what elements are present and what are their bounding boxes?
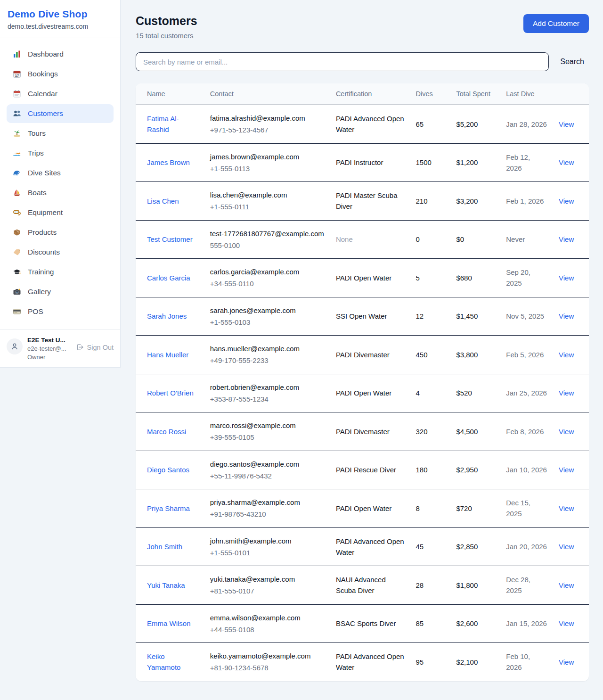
customer-dives: 4 xyxy=(416,389,420,397)
view-customer-link[interactable]: View xyxy=(559,312,574,320)
page-title: Customers xyxy=(136,14,197,28)
customer-dives: 180 xyxy=(416,466,428,474)
customer-phone: +353-87-555-1234 xyxy=(210,394,325,404)
sidebar-item-boats[interactable]: Boats xyxy=(7,183,114,202)
customer-total-spent: $3,200 xyxy=(456,197,478,205)
customer-email: priya.sharma@example.com xyxy=(210,497,325,508)
equipment-icon xyxy=(12,208,22,217)
customer-name-link[interactable]: John Smith xyxy=(147,543,182,551)
view-customer-link[interactable]: View xyxy=(559,466,574,474)
search-input[interactable] xyxy=(136,52,549,71)
customer-name-link[interactable]: Keiko Yamamoto xyxy=(147,652,180,671)
customers-table: Name Contact Certification Dives Total S… xyxy=(136,83,589,681)
view-customer-link[interactable]: View xyxy=(559,197,574,205)
sidebar-item-equipment[interactable]: Equipment xyxy=(7,203,114,222)
customer-dives: 0 xyxy=(416,235,420,243)
customer-dives: 12 xyxy=(416,312,424,320)
dive-sites-icon xyxy=(12,168,22,178)
customer-name-link[interactable]: Test Customer xyxy=(147,235,193,243)
customer-dives: 45 xyxy=(416,543,424,551)
sidebar-item-dive-sites[interactable]: Dive Sites xyxy=(7,164,114,182)
customer-name-link[interactable]: Lisa Chen xyxy=(147,197,179,205)
sidebar-item-customers[interactable]: Customers xyxy=(7,104,114,123)
customer-name-link[interactable]: Sarah Jones xyxy=(147,312,187,320)
sidebar-item-tours[interactable]: Tours xyxy=(7,124,114,143)
column-header-contact: Contact xyxy=(204,83,330,105)
customer-certification: SSI Open Water xyxy=(336,312,387,320)
table-row: Test Customer test-1772681807767@example… xyxy=(136,220,589,259)
customer-name-link[interactable]: James Brown xyxy=(147,158,190,166)
view-customer-link[interactable]: View xyxy=(559,504,574,512)
add-customer-button[interactable]: Add Customer xyxy=(523,14,589,33)
user-name: E2E Test U... xyxy=(27,337,71,344)
view-customer-link[interactable]: View xyxy=(559,389,574,397)
sidebar-item-discounts[interactable]: Discounts xyxy=(7,243,114,262)
customer-name-link[interactable]: Marco Rossi xyxy=(147,428,186,436)
sidebar-item-label: Dashboard xyxy=(28,50,64,58)
shop-name: Demo Dive Shop xyxy=(8,8,113,20)
table-row: James Brown james.brown@example.com +1-5… xyxy=(136,143,589,182)
customer-certification: PADI Rescue Diver xyxy=(336,466,396,474)
customer-phone: +44-555-0108 xyxy=(210,624,325,635)
sidebar-item-pos[interactable]: POS xyxy=(7,302,114,321)
customer-dives: 8 xyxy=(416,504,420,512)
sidebar-item-gallery[interactable]: Gallery xyxy=(7,282,114,301)
page-header: Customers 15 total customers Add Custome… xyxy=(136,14,589,40)
sidebar-item-training[interactable]: Training xyxy=(7,263,114,281)
main-content: Customers 15 total customers Add Custome… xyxy=(121,0,603,695)
discounts-icon xyxy=(12,247,22,257)
customer-total-spent: $2,850 xyxy=(456,543,478,551)
customer-name-link[interactable]: Fatima Al-Rashid xyxy=(147,115,179,133)
table-row: Keiko Yamamoto keiko.yamamoto@example.co… xyxy=(136,643,589,681)
customer-certification: PADI Advanced Open Water xyxy=(336,537,404,556)
sidebar-item-products[interactable]: Products xyxy=(7,223,114,242)
view-customer-link[interactable]: View xyxy=(559,351,574,359)
view-customer-link[interactable]: View xyxy=(559,158,574,166)
sidebar-item-bookings[interactable]: 17 Bookings xyxy=(7,65,114,83)
view-customer-link[interactable]: View xyxy=(559,428,574,436)
customer-name-link[interactable]: Carlos Garcia xyxy=(147,274,190,282)
customer-phone: +55-11-99876-5432 xyxy=(210,470,325,481)
customer-certification: PADI Open Water xyxy=(336,389,391,397)
customer-name-link[interactable]: Yuki Tanaka xyxy=(147,581,185,589)
avatar xyxy=(7,338,23,354)
customer-dives: 1500 xyxy=(416,158,432,166)
customer-email: james.brown@example.com xyxy=(210,151,325,162)
customer-email: fatima.alrashid@example.com xyxy=(210,113,325,124)
table-row: John Smith john.smith@example.com +1-555… xyxy=(136,527,589,566)
customer-name-link[interactable]: Hans Mueller xyxy=(147,351,188,359)
customer-phone: +34-555-0110 xyxy=(210,278,325,289)
view-customer-link[interactable]: View xyxy=(559,619,574,627)
user-email: e2e-tester@... xyxy=(27,345,71,352)
customer-name-link[interactable]: Priya Sharma xyxy=(147,504,190,512)
customer-email: diego.santos@example.com xyxy=(210,459,325,469)
customer-name-link[interactable]: Emma Wilson xyxy=(147,619,191,627)
sidebar-item-calendar[interactable]: Calendar xyxy=(7,84,114,103)
search-button[interactable]: Search xyxy=(555,54,589,70)
sidebar-item-trips[interactable]: Trips xyxy=(7,144,114,163)
customer-phone: +971-55-123-4567 xyxy=(210,124,325,135)
customer-name-link[interactable]: Diego Santos xyxy=(147,466,189,474)
search-row: Search xyxy=(136,52,589,71)
view-customer-link[interactable]: View xyxy=(559,274,574,282)
calendar-icon xyxy=(12,89,22,99)
sidebar-item-label: Training xyxy=(28,268,54,276)
view-customer-link[interactable]: View xyxy=(559,581,574,589)
customers-table-card: Name Contact Certification Dives Total S… xyxy=(136,83,589,681)
user-info: E2E Test U... e2e-tester@... Owner xyxy=(27,337,71,361)
customer-name-link[interactable]: Robert O'Brien xyxy=(147,389,194,397)
view-customer-link[interactable]: View xyxy=(559,120,574,128)
boats-icon xyxy=(12,188,22,198)
sidebar-item-label: Equipment xyxy=(28,208,63,217)
view-customer-link[interactable]: View xyxy=(559,235,574,243)
view-customer-link[interactable]: View xyxy=(559,658,574,666)
customer-last-dive: Jan 25, 2026 xyxy=(506,389,547,397)
dashboard-icon xyxy=(12,49,22,59)
view-customer-link[interactable]: View xyxy=(559,543,574,551)
sidebar-item-label: Calendar xyxy=(28,90,57,98)
customer-certification: BSAC Sports Diver xyxy=(336,619,396,627)
customer-total-spent: $2,600 xyxy=(456,619,478,627)
customer-dives: 320 xyxy=(416,428,428,436)
sign-out-button[interactable]: Sign Out xyxy=(76,343,114,351)
sidebar-item-dashboard[interactable]: Dashboard xyxy=(7,45,114,64)
